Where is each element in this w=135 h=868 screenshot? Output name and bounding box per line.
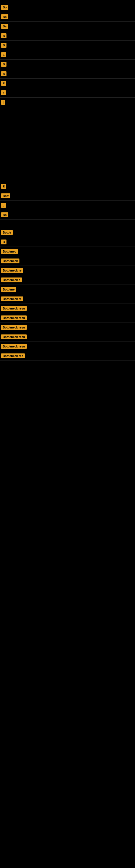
list-item: E — [0, 182, 135, 190]
divider — [0, 59, 135, 60]
badge[interactable]: Bo — [1, 5, 8, 10]
divider — [0, 304, 135, 304]
divider — [0, 88, 135, 88]
badge[interactable]: Bo — [1, 212, 8, 217]
badge[interactable]: c — [1, 203, 6, 208]
badge[interactable]: E — [1, 52, 6, 57]
badge[interactable]: B — [1, 33, 6, 38]
badge[interactable]: Bottlene — [1, 287, 16, 292]
badge[interactable]: Bottleneck res — [1, 353, 25, 358]
divider — [0, 210, 135, 210]
list-item: E — [0, 79, 135, 87]
badge[interactable]: Bottleneck resu — [1, 315, 27, 320]
badge[interactable]: E — [1, 81, 6, 86]
badge[interactable]: Ba — [1, 24, 8, 29]
divider — [0, 247, 135, 247]
badge[interactable]: Bo — [1, 14, 8, 19]
list-item: Bottleneck resu — [0, 314, 135, 322]
divider — [0, 275, 135, 275]
top-rows-section: BoBoBaBBEBBEs| — [0, 3, 135, 106]
badge[interactable]: Bottle — [1, 230, 13, 235]
list-item: | — [0, 98, 135, 106]
divider — [0, 313, 135, 313]
badge[interactable]: Bottleneck resu — [1, 306, 27, 311]
divider — [0, 322, 135, 323]
list-item: Bott — [0, 192, 135, 200]
divider — [0, 219, 135, 220]
badge[interactable]: Bottleneck re — [1, 297, 23, 301]
list-item: Bottleneck c — [0, 276, 135, 284]
badge[interactable]: Bottleneck — [1, 258, 19, 264]
list-item: B — [0, 32, 135, 40]
divider — [0, 361, 135, 361]
list-item: Bo — [0, 211, 135, 219]
divider — [0, 266, 135, 266]
divider — [0, 256, 135, 256]
list-item: B — [0, 238, 135, 246]
divider — [0, 31, 135, 31]
bottom-rows-section: EBottcBoBottleBBottlenecBottleneckBottle… — [0, 182, 135, 361]
site-title — [0, 0, 135, 3]
list-item: Bottle — [0, 228, 135, 237]
list-item: Bottlene — [0, 285, 135, 293]
list-item: Ba — [0, 22, 135, 30]
divider — [0, 97, 135, 98]
divider — [0, 332, 135, 332]
list-item: Bottleneck resu — [0, 333, 135, 341]
list-item: Bottleneck resu — [0, 323, 135, 332]
divider — [0, 50, 135, 50]
divider — [0, 69, 135, 69]
site-title-bar — [0, 0, 135, 3]
badge[interactable]: B — [1, 62, 6, 67]
divider — [0, 191, 135, 191]
section-gap — [0, 220, 135, 228]
divider — [0, 200, 135, 201]
list-item: Bottlenec — [0, 247, 135, 255]
list-item: Bottleneck res — [0, 352, 135, 360]
list-item: Bottleneck re — [0, 295, 135, 303]
badge[interactable]: s — [1, 90, 6, 95]
badge[interactable]: B — [1, 240, 6, 244]
list-item: Bo — [0, 3, 135, 11]
badge[interactable]: Bottleneck re — [1, 268, 23, 273]
chart-area — [0, 106, 135, 182]
badge[interactable]: B — [1, 71, 6, 76]
badge[interactable]: B — [1, 43, 6, 48]
list-item: B — [0, 70, 135, 78]
list-item: Bottleneck re — [0, 267, 135, 275]
list-item: B — [0, 41, 135, 50]
list-item: B — [0, 60, 135, 68]
badge[interactable]: Bottleneck resu — [1, 325, 27, 330]
badge[interactable]: | — [1, 100, 5, 105]
list-item: Bottleneck resu — [0, 342, 135, 350]
list-item: Bottleneck resu — [0, 304, 135, 312]
list-item: E — [0, 51, 135, 59]
badge[interactable]: Bottleneck c — [1, 278, 22, 282]
badge[interactable]: Bottlenec — [1, 249, 18, 254]
divider — [0, 341, 135, 342]
badge[interactable]: E — [1, 184, 6, 189]
divider — [0, 40, 135, 41]
badge[interactable]: Bottleneck resu — [1, 344, 27, 349]
badge[interactable]: Bottleneck resu — [1, 335, 27, 339]
divider — [0, 284, 135, 285]
badge[interactable]: Bott — [1, 193, 10, 198]
list-item: s — [0, 89, 135, 97]
list-item: c — [0, 201, 135, 209]
list-item: Bo — [0, 13, 135, 21]
divider — [0, 12, 135, 12]
list-item: Bottleneck — [0, 257, 135, 265]
